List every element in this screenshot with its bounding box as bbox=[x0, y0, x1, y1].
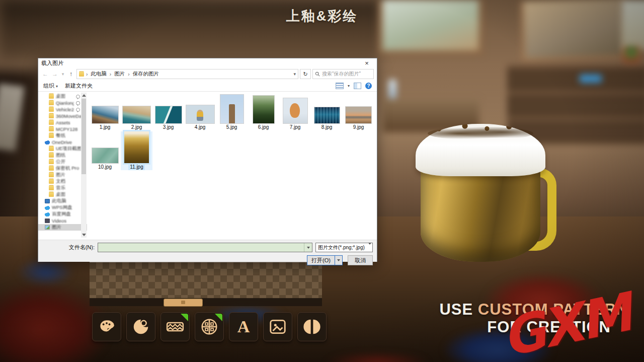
breadcrumb-item[interactable]: 保存的图片 bbox=[132, 70, 160, 78]
search-icon bbox=[315, 71, 320, 77]
folder-icon bbox=[49, 133, 54, 138]
text-tool-button[interactable]: A bbox=[229, 312, 258, 341]
scroll-up-icon[interactable] bbox=[82, 94, 86, 97]
sidebar-item[interactable]: Vehicle2 bbox=[38, 106, 87, 113]
sidebar-item[interactable]: 桌面 bbox=[38, 93, 87, 100]
sidebar-item[interactable]: MCPY128 bbox=[38, 126, 87, 132]
image-tool-icon bbox=[268, 317, 287, 336]
cloud2-icon bbox=[45, 205, 50, 210]
filename-dropdown[interactable] bbox=[304, 243, 312, 252]
sidebar-item[interactable]: 桌面 bbox=[38, 191, 87, 198]
sidebar-item-label: UE项目截图上传 bbox=[56, 146, 84, 152]
sidebar-item[interactable]: 百度网盘 bbox=[38, 211, 87, 218]
sidebar-item[interactable]: 餐纸 bbox=[38, 132, 87, 139]
sidebar-item[interactable]: Qianlong bbox=[38, 100, 87, 106]
video-icon bbox=[45, 219, 50, 223]
forward-icon[interactable]: → bbox=[51, 70, 59, 78]
file-name: 10.jpg bbox=[97, 164, 113, 170]
round-pattern-tool-button[interactable] bbox=[195, 312, 224, 341]
dialog-titlebar[interactable]: 载入图片 × bbox=[38, 58, 377, 68]
chevron-down-icon[interactable]: ▾ bbox=[348, 84, 350, 88]
breadcrumb-separator: › bbox=[86, 71, 88, 77]
file-item[interactable]: 10.jpg bbox=[89, 148, 121, 170]
file-list: 1.jpg2.jpg3.jpg4.jpg5.jpg6.jpg7.jpg8.jpg… bbox=[87, 92, 377, 240]
sidebar-item[interactable]: 公开 bbox=[38, 159, 87, 165]
file-item[interactable]: 6.jpg bbox=[248, 96, 279, 130]
file-item[interactable]: 8.jpg bbox=[311, 107, 343, 130]
sidebar-item[interactable]: 360MoveData bbox=[38, 113, 87, 119]
promo-use: USE bbox=[439, 301, 477, 318]
folder-icon bbox=[49, 120, 54, 125]
folder-icon bbox=[49, 186, 54, 190]
breadcrumb-item[interactable]: 此电脑 bbox=[90, 70, 108, 78]
file-type-select[interactable]: 图片文件(*.png;*.jpg) bbox=[315, 243, 373, 252]
file-name: 11.jpg bbox=[128, 164, 145, 170]
sidebar-item[interactable]: 文档 bbox=[38, 178, 87, 185]
organize-button[interactable]: 组织▾ bbox=[43, 82, 58, 90]
sidebar-item[interactable]: 保密机 Pro bbox=[38, 165, 87, 172]
refresh-icon[interactable]: ↻ bbox=[300, 69, 311, 79]
sidebar-item[interactable]: UE项目截图上传 bbox=[38, 146, 87, 152]
contrast-tool-icon bbox=[302, 317, 321, 336]
file-thumbnail bbox=[92, 106, 118, 123]
file-item[interactable]: 7.jpg bbox=[279, 98, 311, 130]
folder-icon bbox=[49, 173, 54, 177]
glaze-ball-tool-button[interactable] bbox=[126, 312, 155, 341]
file-item[interactable]: 4.jpg bbox=[184, 105, 216, 130]
sidebar-item-label: 桌面 bbox=[56, 93, 65, 100]
sidebar-item[interactable]: OneDrive bbox=[38, 139, 87, 146]
file-item[interactable]: 11.jpg bbox=[121, 131, 152, 170]
view-mode-icon[interactable] bbox=[336, 83, 344, 89]
sidebar-item[interactable]: 音乐 bbox=[38, 185, 87, 191]
open-split-dropdown[interactable] bbox=[335, 256, 342, 265]
help-icon[interactable]: ? bbox=[365, 83, 372, 89]
open-button[interactable]: 打开(O) bbox=[307, 255, 343, 265]
up-icon[interactable]: ↑ bbox=[67, 70, 75, 78]
sidebar-list: 桌面QianlongVehicle2360MoveDataAssetsMCPY1… bbox=[38, 93, 87, 231]
preview-pane-icon[interactable] bbox=[354, 83, 361, 89]
sidebar-item[interactable]: Videos bbox=[38, 218, 87, 224]
pictures-icon bbox=[45, 225, 50, 230]
sidebar-item[interactable]: 图片 bbox=[38, 172, 87, 178]
search-placeholder: 搜索"保存的图片" bbox=[322, 70, 361, 78]
sidebar-scrollbar[interactable] bbox=[81, 93, 87, 238]
pattern-scroll-handle[interactable] bbox=[164, 299, 203, 307]
recent-locations-icon[interactable]: ▾ bbox=[60, 71, 65, 77]
breadcrumb-item[interactable]: 图片 bbox=[113, 70, 126, 78]
breadcrumb-separator: › bbox=[128, 71, 129, 77]
address-bar[interactable]: › 此电脑›图片›保存的图片 ▾ bbox=[76, 69, 298, 79]
chevron-down-icon[interactable]: ▾ bbox=[293, 71, 296, 77]
image-tool-button[interactable] bbox=[263, 312, 292, 341]
sidebar-item[interactable]: WPS网盘 bbox=[38, 204, 87, 211]
sidebar-item-label: 图纸 bbox=[56, 152, 65, 159]
search-input[interactable]: 搜索"保存的图片" bbox=[312, 69, 374, 79]
scroll-down-icon[interactable] bbox=[82, 234, 86, 236]
new-folder-button[interactable]: 新建文件夹 bbox=[65, 82, 93, 90]
close-icon[interactable]: × bbox=[360, 59, 374, 67]
cancel-button[interactable]: 取消 bbox=[348, 255, 373, 265]
sidebar-item[interactable]: Assets bbox=[38, 119, 87, 126]
palette-tool-button[interactable] bbox=[92, 312, 121, 341]
sidebar-item[interactable]: 图片 bbox=[38, 224, 87, 231]
open-button-label: 打开(O) bbox=[307, 256, 335, 265]
contrast-tool-button[interactable] bbox=[297, 312, 327, 341]
file-thumbnail bbox=[124, 131, 149, 163]
file-item[interactable]: 5.jpg bbox=[216, 95, 248, 130]
breadcrumb-separator: › bbox=[110, 71, 111, 77]
cloud2-icon bbox=[45, 212, 50, 216]
back-icon[interactable]: ← bbox=[41, 70, 49, 78]
file-item[interactable]: 9.jpg bbox=[343, 107, 374, 130]
sidebar-item-label: Videos bbox=[52, 218, 66, 224]
pattern-scroll-track[interactable] bbox=[90, 298, 322, 306]
file-item[interactable]: 3.jpg bbox=[152, 106, 184, 130]
band-pattern-tool-button[interactable] bbox=[160, 312, 190, 341]
sidebar-item-label: 文档 bbox=[56, 178, 65, 185]
scroll-thumb[interactable] bbox=[82, 99, 86, 174]
filename-input[interactable] bbox=[98, 243, 312, 252]
folder-icon bbox=[49, 153, 54, 158]
file-item[interactable]: 1.jpg bbox=[89, 106, 121, 130]
pc-icon bbox=[45, 199, 50, 203]
sidebar-item[interactable]: 此电脑 bbox=[38, 198, 87, 204]
sidebar-item[interactable]: 图纸 bbox=[38, 152, 87, 159]
file-item[interactable]: 2.jpg bbox=[121, 106, 152, 130]
